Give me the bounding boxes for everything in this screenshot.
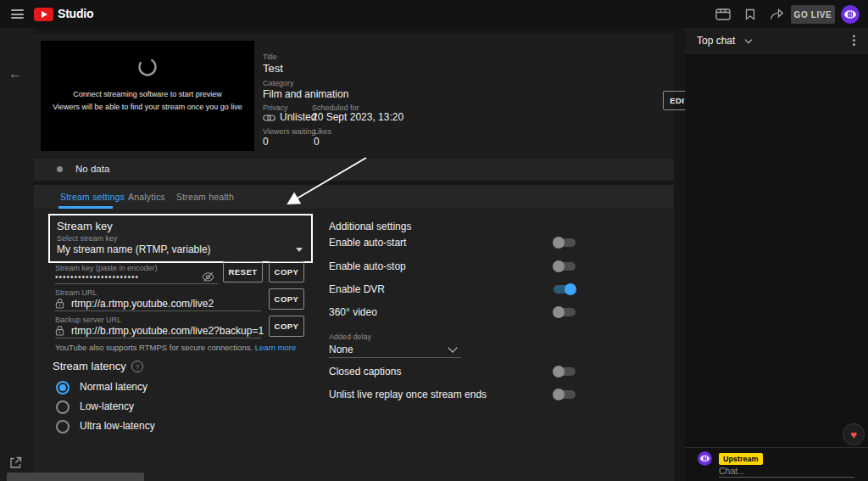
viewers-waiting-value: 0	[263, 136, 269, 148]
radio-normal-latency-label[interactable]: Normal latency	[80, 381, 147, 393]
likes-label: Likes	[314, 127, 331, 136]
stream-url-value[interactable]: rtmp://a.rtmp.youtube.com/live2	[71, 298, 214, 310]
hamburger-menu-icon[interactable]	[11, 9, 24, 19]
select-caret-icon[interactable]	[296, 248, 303, 252]
copy-backup-url-button[interactable]: COPY	[269, 316, 304, 337]
youtube-logo-icon[interactable]	[34, 8, 53, 21]
unlist-replay-label: Unlist live replay once stream ends	[329, 389, 487, 400]
no-data-status-bar: No data	[34, 157, 674, 181]
added-delay-label: Added delay	[329, 333, 371, 341]
bottom-tooltip-bar	[7, 473, 144, 481]
chat-header: Top chat	[685, 28, 868, 53]
heart-reaction-button[interactable]: ♥	[843, 423, 865, 445]
status-dot-icon	[57, 166, 63, 172]
stream-key-section-title: Stream key	[57, 220, 113, 232]
stream-key-select-value[interactable]: My stream name (RTMP, variable)	[57, 243, 211, 255]
left-navigation-rail: ←	[0, 28, 34, 481]
chevron-down-icon[interactable]	[745, 36, 752, 43]
title-label: Title	[263, 53, 277, 61]
channel-avatar[interactable]	[841, 5, 860, 24]
settings-tab-bar: Stream settings Analytics Stream health	[34, 185, 674, 209]
lock-icon	[55, 298, 64, 309]
unlist-replay-toggle[interactable]	[554, 390, 576, 399]
hide-key-eye-off-icon[interactable]	[202, 271, 214, 282]
chat-input-underline	[719, 477, 854, 478]
reset-stream-key-button[interactable]: RESET	[223, 261, 263, 282]
radio-ultra-low-latency[interactable]	[56, 420, 70, 433]
select-stream-key-label: Select stream key	[57, 234, 118, 243]
create-video-icon[interactable]	[715, 8, 731, 20]
closed-captions-label: Closed captions	[329, 366, 401, 378]
360-video-label: 360° video	[329, 306, 377, 318]
enable-auto-start-toggle[interactable]	[554, 238, 576, 247]
chat-user-avatar	[698, 451, 712, 466]
radio-normal-latency[interactable]	[56, 381, 70, 394]
youtube-studio-live-dashboard: Studio GO LIVE ← Connect streaming softw…	[0, 0, 868, 481]
preview-message-line1: Connect streaming software to start prev…	[41, 90, 254, 98]
radio-low-latency[interactable]	[56, 400, 70, 414]
backup-url-value[interactable]: rtmp://b.rtmp.youtube.com/live2?backup=1	[71, 325, 264, 337]
rtmps-note: YouTube also supports RTMPS for secure c…	[55, 343, 296, 352]
stream-latency-title: Stream latency	[53, 360, 126, 372]
external-link-icon[interactable]	[9, 456, 22, 469]
radio-low-latency-label[interactable]: Low-latency	[80, 400, 134, 412]
copy-stream-key-button[interactable]: COPY	[269, 261, 304, 282]
stream-key-masked-value[interactable]: ••••••••••••••••••••••	[55, 272, 139, 282]
likes-value: 0	[314, 136, 320, 148]
stream-key-field-label: Stream key (paste in encoder)	[55, 264, 158, 272]
stream-key-highlight-box: Stream key Select stream key My stream n…	[48, 214, 313, 263]
stream-preview-panel: Connect streaming software to start prev…	[41, 41, 254, 151]
radio-ultra-low-latency-label[interactable]: Ultra low-latency	[80, 420, 155, 432]
back-arrow-icon[interactable]: ←	[8, 66, 22, 81]
enable-auto-start-label: Enable auto-start	[329, 237, 406, 249]
go-live-button[interactable]: GO LIVE	[791, 5, 835, 24]
chat-input-divider	[685, 447, 868, 448]
author-badge: Upstream	[719, 453, 763, 465]
chat-input-placeholder[interactable]: Chat...	[719, 466, 745, 476]
help-question-icon[interactable]	[131, 361, 143, 372]
lock-icon	[55, 325, 64, 336]
closed-captions-toggle[interactable]	[554, 367, 576, 376]
no-data-text: No data	[75, 164, 109, 174]
bookmark-icon[interactable]	[745, 8, 755, 20]
category-label: Category	[263, 79, 294, 87]
enable-dvr-label: Enable DVR	[329, 283, 385, 295]
share-icon[interactable]	[770, 8, 784, 20]
additional-settings-title: Additional settings	[329, 221, 411, 232]
tab-stream-health[interactable]: Stream health	[176, 192, 234, 202]
added-delay-value[interactable]: None	[329, 344, 353, 355]
enable-dvr-toggle[interactable]	[554, 285, 576, 294]
scheduled-value: 20 Sept 2023, 13:20	[312, 111, 403, 123]
loading-spinner-icon	[136, 56, 159, 78]
enable-auto-stop-label: Enable auto-stop	[329, 260, 406, 272]
tab-analytics[interactable]: Analytics	[128, 192, 165, 202]
privacy-value: Unlisted	[280, 111, 316, 123]
live-chat-panel: Top chat ♥ Upstream Chat...	[685, 28, 868, 481]
top-app-bar: Studio GO LIVE	[0, 0, 868, 28]
unlisted-link-icon	[263, 115, 275, 121]
enable-auto-stop-toggle[interactable]	[554, 262, 576, 271]
viewers-waiting-label: Viewers waiting	[263, 127, 315, 136]
studio-brand-text[interactable]: Studio	[58, 7, 93, 20]
copy-stream-url-button[interactable]: COPY	[269, 288, 304, 310]
preview-message-line2: Viewers will be able to find your stream…	[41, 103, 254, 111]
title-value: Test	[263, 62, 283, 75]
chat-options-kebab-icon[interactable]	[853, 35, 855, 37]
tab-stream-settings[interactable]: Stream settings	[60, 192, 125, 202]
learn-more-link[interactable]: Learn more	[255, 343, 297, 352]
top-chat-dropdown[interactable]: Top chat	[697, 35, 735, 47]
stream-url-label: Stream URL	[55, 288, 97, 297]
category-value: Film and animation	[263, 88, 348, 100]
backup-url-label: Backup server URL	[55, 316, 121, 324]
360-video-toggle[interactable]	[554, 308, 576, 316]
